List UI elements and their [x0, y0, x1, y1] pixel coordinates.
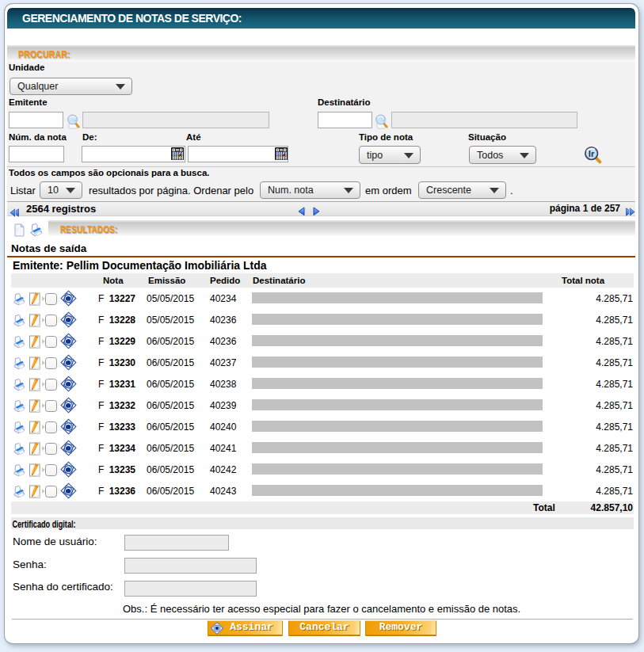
- svg-text:Ir: Ir: [589, 149, 595, 158]
